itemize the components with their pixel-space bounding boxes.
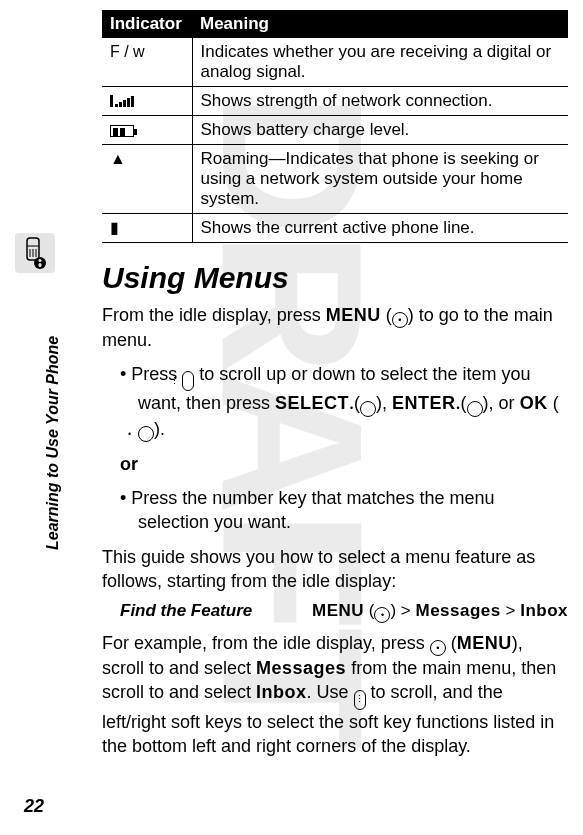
meaning-cell: Shows the current active phone line. [192,214,568,243]
svg-rect-7 [39,263,42,267]
scroll-key-icon: ⋮ [182,371,194,391]
center-key-icon: • [392,312,408,328]
svg-rect-6 [39,259,42,262]
list-or: or [120,452,568,476]
center-key-icon: • [138,426,154,442]
find-feature-label: Find the Feature [102,601,252,621]
digital-analog-icon: F / w [110,43,145,60]
example-paragraph: For example, from the idle display, pres… [102,631,568,758]
roaming-icon: ▲ [110,150,126,167]
list-item: Press the number key that matches the me… [120,486,568,535]
section-label: Learning to Use Your Phone [44,336,62,550]
center-key-icon: • [467,401,483,417]
table-row: F / w Indicates whether you are receivin… [102,38,568,87]
center-key-icon: • [430,640,446,656]
indicator-table: Indicator Meaning F / w Indicates whethe… [102,10,568,243]
meaning-cell: Indicates whether you are receiving a di… [192,38,568,87]
section-heading: Using Menus [102,261,568,295]
intro-paragraph: From the idle display, press MENU (•) to… [102,303,568,352]
feature-path: MENU (•) > Messages > Inbox [268,601,568,623]
active-line-icon: ▮ [110,219,119,236]
scroll-key-icon: ⋮ [354,690,366,710]
table-row: ▮ Shows the current active phone line. [102,214,568,243]
table-row: ▲ Roaming—Indicates that phone is seekin… [102,145,568,214]
table-header-meaning: Meaning [192,10,568,38]
table-row: Shows strength of network connection. [102,87,568,116]
meaning-cell: Shows battery charge level. [192,116,568,145]
center-key-icon: • [360,401,376,417]
table-header-indicator: Indicator [102,10,192,38]
guide-paragraph: This guide shows you how to select a men… [102,545,568,594]
list-item: Press ⋮ to scroll up or down to select t… [120,362,568,441]
meaning-cell: Roaming—Indicates that phone is seeking … [192,145,568,214]
page-number: 22 [24,796,44,817]
phone-info-icon [15,233,55,273]
table-row: Shows battery charge level. [102,116,568,145]
battery-icon [110,125,134,137]
center-key-icon: • [374,607,390,623]
meaning-cell: Shows strength of network connection. [192,87,568,116]
signal-strength-icon [110,95,134,107]
